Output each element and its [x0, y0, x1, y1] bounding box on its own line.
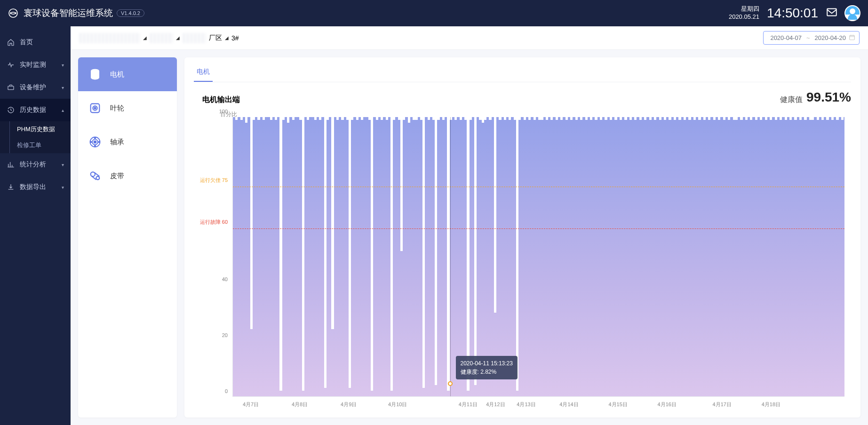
sidebar-item-analytics[interactable]: 统计分析 ▾ — [0, 153, 71, 176]
history-icon — [7, 106, 15, 114]
chart-icon — [7, 161, 15, 168]
breadcrumb-seg-suffix: 厂区 — [209, 34, 222, 42]
y-tick: 100 — [198, 109, 231, 114]
monitor-icon — [7, 61, 15, 69]
export-icon — [7, 183, 15, 191]
chart-title: 电机输出端 — [202, 95, 240, 105]
x-tick: 4月10日 — [388, 401, 407, 408]
chevron-down-icon: ▾ — [62, 63, 64, 68]
date-range-sep: ~ — [806, 34, 810, 41]
breadcrumb[interactable]: ◢ ◢ 厂区 ◢ 3# — [79, 33, 239, 43]
x-tick: 4月7日 — [243, 401, 259, 408]
sidebar: 首页 实时监测 ▾ 设备维护 ▾ 历史数据 ▴ PHM历史数据 检修工单 统计分… — [0, 26, 71, 425]
sidebar-submenu-history: PHM历史数据 检修工单 — [0, 121, 71, 153]
motor-icon — [88, 68, 102, 81]
svg-point-12 — [95, 145, 96, 146]
svg-point-7 — [94, 107, 96, 109]
x-tick: 4月12日 — [486, 401, 505, 408]
sidebar-item-label: 历史数据 — [20, 106, 62, 114]
y-axis: 02040100运行欠佳 75运行故障 60 — [198, 117, 231, 397]
chevron-down-icon: ▾ — [62, 162, 64, 167]
header-date-block: 星期四 2020.05.21 — [729, 5, 759, 21]
breadcrumb-seg-redacted — [150, 33, 173, 43]
chart-area[interactable]: 百分比 02040100运行欠佳 75运行故障 60 2020-04-11 15… — [198, 110, 847, 410]
tab-motor[interactable]: 电机 — [194, 63, 213, 82]
x-tick: 4月17日 — [713, 401, 732, 408]
component-item-label: 皮带 — [110, 172, 124, 181]
health-label: 健康值 — [780, 95, 803, 105]
logo-icon — [8, 8, 19, 19]
chevron-down-icon: ▾ — [62, 185, 64, 190]
header-date: 2020.05.21 — [729, 13, 759, 21]
x-tick: 4月9日 — [341, 401, 357, 408]
chart-panel: 电机 电机输出端 健康值 99.51% 百分比 02040100运行欠佳 75运… — [184, 57, 860, 417]
component-list: 电机 叶轮 轴承 皮带 — [78, 57, 177, 417]
svg-point-14 — [98, 142, 99, 142]
chart-plot: 2020-04-11 15:13:23健康度: 2.82% — [232, 117, 844, 397]
sidebar-item-label: 首页 — [20, 38, 64, 47]
home-icon — [7, 39, 15, 46]
impeller-icon — [88, 102, 102, 115]
mark-line-label: 运行故障 60 — [198, 219, 231, 226]
date-range-picker[interactable]: 2020-04-07 ~ 2020-04-20 — [763, 31, 860, 45]
sidebar-item-label: 实时监测 — [20, 61, 62, 69]
svg-rect-3 — [850, 35, 855, 39]
breadcrumb-bar: ◢ ◢ 厂区 ◢ 3# 2020-04-07 ~ 2020-04-20 — [71, 26, 868, 50]
user-avatar[interactable] — [844, 5, 860, 21]
sidebar-item-realtime[interactable]: 实时监测 ▾ — [0, 54, 71, 76]
y-tick: 0 — [198, 388, 231, 394]
health-value: 99.51% — [806, 90, 851, 105]
y-tick: 20 — [198, 332, 231, 338]
header-clock: 14:50:01 — [767, 6, 818, 21]
component-item-bearing[interactable]: 轴承 — [78, 125, 177, 159]
app-header: 寰球设备智能运维系统 V1.4.0.2 星期四 2020.05.21 14:50… — [0, 0, 868, 26]
chevron-down-icon: ▾ — [62, 85, 64, 90]
sidebar-item-label: 统计分析 — [20, 160, 62, 169]
y-tick: 40 — [198, 276, 231, 282]
sidebar-item-label: 设备维护 — [20, 83, 62, 92]
x-tick: 4月15日 — [608, 401, 627, 408]
sidebar-subitem-phm[interactable]: PHM历史数据 — [17, 121, 71, 137]
bearing-icon — [88, 135, 102, 149]
component-item-label: 轴承 — [110, 138, 124, 147]
breadcrumb-seg-redacted — [183, 33, 206, 43]
sidebar-item-maintain[interactable]: 设备维护 ▾ — [0, 76, 71, 99]
x-tick: 4月8日 — [292, 401, 308, 408]
sidebar-item-history[interactable]: 历史数据 ▴ — [0, 99, 71, 121]
mark-line — [233, 187, 844, 187]
sidebar-item-label: 数据导出 — [20, 183, 62, 191]
app-title: 寰球设备智能运维系统 — [24, 7, 113, 19]
x-tick: 4月11日 — [459, 401, 478, 408]
chevron-up-icon: ▴ — [62, 108, 64, 113]
x-tick: 4月16日 — [658, 401, 677, 408]
header-weekday: 星期四 — [729, 5, 759, 13]
svg-rect-2 — [8, 86, 14, 89]
sidebar-item-export[interactable]: 数据导出 ▾ — [0, 176, 71, 198]
mark-line-label: 运行欠佳 75 — [198, 176, 231, 183]
date-range-end: 2020-04-20 — [815, 34, 846, 41]
caret-icon: ◢ — [176, 35, 180, 40]
svg-rect-1 — [827, 8, 836, 16]
svg-point-16 — [96, 176, 99, 180]
sidebar-subitem-workorder[interactable]: 检修工单 — [17, 137, 71, 153]
component-item-impeller[interactable]: 叶轮 — [78, 91, 177, 125]
x-tick: 4月14日 — [559, 401, 578, 408]
component-item-label: 叶轮 — [110, 104, 124, 113]
component-item-motor[interactable]: 电机 — [78, 57, 177, 91]
mail-icon[interactable] — [826, 6, 838, 20]
chart-hover-point — [448, 381, 453, 386]
breadcrumb-seg-final: 3# — [231, 34, 239, 42]
svg-point-13 — [91, 142, 92, 142]
sidebar-item-home[interactable]: 首页 — [0, 31, 71, 54]
breadcrumb-seg-redacted — [79, 33, 140, 43]
calendar-icon — [849, 34, 855, 42]
svg-point-0 — [9, 9, 17, 17]
x-axis: 4月7日4月8日4月9日4月10日4月11日4月12日4月13日4月14日4月1… — [232, 399, 844, 410]
svg-point-10 — [94, 141, 96, 143]
x-tick: 4月18日 — [762, 401, 780, 408]
svg-point-11 — [95, 138, 96, 139]
caret-icon: ◢ — [225, 35, 229, 40]
component-item-belt[interactable]: 皮带 — [78, 159, 177, 193]
belt-icon — [88, 169, 102, 182]
mark-line — [233, 228, 844, 229]
